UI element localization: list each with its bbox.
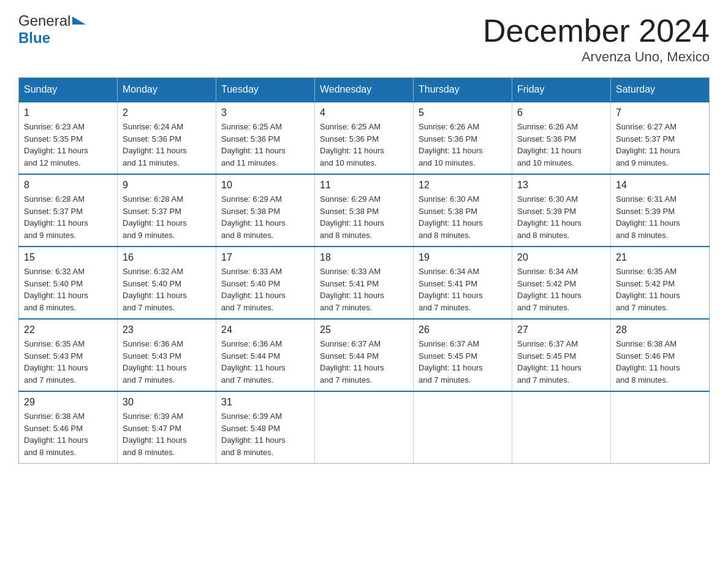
calendar-week-row: 1 Sunrise: 6:23 AMSunset: 5:35 PMDayligh…: [19, 102, 710, 174]
day-info: Sunrise: 6:36 AMSunset: 5:43 PMDaylight:…: [123, 339, 187, 385]
day-number: 11: [320, 180, 408, 191]
calendar-cell: 27 Sunrise: 6:37 AMSunset: 5:45 PMDaylig…: [512, 319, 611, 391]
calendar-header: SundayMondayTuesdayWednesdayThursdayFrid…: [19, 78, 710, 102]
day-number: 9: [123, 180, 211, 191]
day-number: 1: [24, 107, 112, 118]
day-number: 30: [123, 397, 211, 408]
day-info: Sunrise: 6:28 AMSunset: 5:37 PMDaylight:…: [123, 194, 187, 240]
calendar-cell: 14 Sunrise: 6:31 AMSunset: 5:39 PMDaylig…: [611, 174, 710, 247]
calendar-cell: 26 Sunrise: 6:37 AMSunset: 5:45 PMDaylig…: [414, 319, 512, 391]
page-header: General Blue December 2024 Arvenza Uno, …: [18, 12, 710, 65]
day-number: 15: [24, 252, 112, 263]
weekday-header: Monday: [118, 78, 216, 102]
day-info: Sunrise: 6:33 AMSunset: 5:41 PMDaylight:…: [320, 267, 384, 312]
day-info: Sunrise: 6:35 AMSunset: 5:42 PMDaylight:…: [616, 267, 680, 312]
day-info: Sunrise: 6:27 AMSunset: 5:37 PMDaylight:…: [616, 122, 680, 167]
day-number: 5: [419, 107, 507, 118]
day-number: 19: [419, 252, 507, 263]
calendar-cell: 15 Sunrise: 6:32 AMSunset: 5:40 PMDaylig…: [19, 247, 118, 319]
calendar-cell: 30 Sunrise: 6:39 AMSunset: 5:47 PMDaylig…: [118, 391, 216, 464]
calendar-body: 1 Sunrise: 6:23 AMSunset: 5:35 PMDayligh…: [19, 102, 710, 464]
calendar-cell: 23 Sunrise: 6:36 AMSunset: 5:43 PMDaylig…: [118, 319, 216, 391]
calendar-cell: 10 Sunrise: 6:29 AMSunset: 5:38 PMDaylig…: [216, 174, 315, 247]
calendar-cell: 13 Sunrise: 6:30 AMSunset: 5:39 PMDaylig…: [512, 174, 611, 247]
weekday-header: Thursday: [414, 78, 512, 102]
day-info: Sunrise: 6:29 AMSunset: 5:38 PMDaylight:…: [221, 194, 286, 240]
calendar-cell: 31 Sunrise: 6:39 AMSunset: 5:48 PMDaylig…: [216, 391, 315, 464]
calendar-cell: 8 Sunrise: 6:28 AMSunset: 5:37 PMDayligh…: [19, 174, 118, 247]
day-number: 23: [123, 324, 211, 335]
weekday-row: SundayMondayTuesdayWednesdayThursdayFrid…: [19, 78, 710, 102]
calendar-cell: 2 Sunrise: 6:24 AMSunset: 5:36 PMDayligh…: [118, 102, 216, 174]
calendar-cell: 22 Sunrise: 6:35 AMSunset: 5:43 PMDaylig…: [19, 319, 118, 391]
calendar-cell: 20 Sunrise: 6:34 AMSunset: 5:42 PMDaylig…: [512, 247, 611, 319]
day-number: 27: [517, 324, 605, 335]
day-info: Sunrise: 6:26 AMSunset: 5:36 PMDaylight:…: [419, 122, 483, 167]
calendar-cell: 17 Sunrise: 6:33 AMSunset: 5:40 PMDaylig…: [216, 247, 315, 319]
day-info: Sunrise: 6:26 AMSunset: 5:36 PMDaylight:…: [517, 122, 582, 167]
calendar-cell: 9 Sunrise: 6:28 AMSunset: 5:37 PMDayligh…: [118, 174, 216, 247]
logo-triangle-icon: [72, 17, 86, 25]
day-number: 25: [320, 324, 408, 335]
day-info: Sunrise: 6:36 AMSunset: 5:44 PMDaylight:…: [221, 339, 286, 385]
weekday-header: Sunday: [19, 78, 118, 102]
calendar-cell: [414, 391, 512, 464]
day-number: 2: [123, 107, 211, 118]
calendar-cell: 12 Sunrise: 6:30 AMSunset: 5:38 PMDaylig…: [414, 174, 512, 247]
day-number: 8: [24, 180, 112, 191]
calendar-week-row: 15 Sunrise: 6:32 AMSunset: 5:40 PMDaylig…: [19, 247, 710, 319]
day-info: Sunrise: 6:28 AMSunset: 5:37 PMDaylight:…: [24, 194, 88, 240]
calendar-cell: 19 Sunrise: 6:34 AMSunset: 5:41 PMDaylig…: [414, 247, 512, 319]
calendar-week-row: 22 Sunrise: 6:35 AMSunset: 5:43 PMDaylig…: [19, 319, 710, 391]
day-number: 22: [24, 324, 112, 335]
weekday-header: Friday: [512, 78, 611, 102]
day-number: 13: [517, 180, 605, 191]
logo-blue-text: Blue: [18, 29, 50, 46]
calendar-cell: 21 Sunrise: 6:35 AMSunset: 5:42 PMDaylig…: [611, 247, 710, 319]
day-info: Sunrise: 6:37 AMSunset: 5:45 PMDaylight:…: [517, 339, 582, 385]
day-info: Sunrise: 6:38 AMSunset: 5:46 PMDaylight:…: [24, 412, 88, 457]
calendar-cell: 1 Sunrise: 6:23 AMSunset: 5:35 PMDayligh…: [19, 102, 118, 174]
day-number: 24: [221, 324, 309, 335]
calendar-cell: 5 Sunrise: 6:26 AMSunset: 5:36 PMDayligh…: [414, 102, 512, 174]
day-number: 31: [221, 397, 309, 408]
day-info: Sunrise: 6:33 AMSunset: 5:40 PMDaylight:…: [221, 267, 286, 312]
calendar-week-row: 29 Sunrise: 6:38 AMSunset: 5:46 PMDaylig…: [19, 391, 710, 464]
weekday-header: Wednesday: [315, 78, 414, 102]
day-number: 14: [616, 180, 704, 191]
day-number: 18: [320, 252, 408, 263]
title-block: December 2024 Arvenza Uno, Mexico: [483, 12, 710, 65]
calendar-table: SundayMondayTuesdayWednesdayThursdayFrid…: [18, 77, 710, 464]
day-info: Sunrise: 6:32 AMSunset: 5:40 PMDaylight:…: [123, 267, 187, 312]
calendar-cell: 24 Sunrise: 6:36 AMSunset: 5:44 PMDaylig…: [216, 319, 315, 391]
calendar-cell: 7 Sunrise: 6:27 AMSunset: 5:37 PMDayligh…: [611, 102, 710, 174]
calendar-cell: 3 Sunrise: 6:25 AMSunset: 5:36 PMDayligh…: [216, 102, 315, 174]
day-number: 10: [221, 180, 309, 191]
logo: General Blue: [18, 12, 86, 47]
day-info: Sunrise: 6:25 AMSunset: 5:36 PMDaylight:…: [221, 122, 286, 167]
day-number: 16: [123, 252, 211, 263]
day-info: Sunrise: 6:39 AMSunset: 5:47 PMDaylight:…: [123, 412, 187, 457]
day-number: 17: [221, 252, 309, 263]
day-info: Sunrise: 6:30 AMSunset: 5:38 PMDaylight:…: [419, 194, 483, 240]
day-info: Sunrise: 6:37 AMSunset: 5:44 PMDaylight:…: [320, 339, 384, 385]
calendar-cell: 16 Sunrise: 6:32 AMSunset: 5:40 PMDaylig…: [118, 247, 216, 319]
day-info: Sunrise: 6:31 AMSunset: 5:39 PMDaylight:…: [616, 194, 680, 240]
day-number: 7: [616, 107, 704, 118]
weekday-header: Tuesday: [216, 78, 315, 102]
page-subtitle: Arvenza Uno, Mexico: [483, 49, 710, 65]
day-number: 28: [616, 324, 704, 335]
day-number: 4: [320, 107, 408, 118]
calendar-week-row: 8 Sunrise: 6:28 AMSunset: 5:37 PMDayligh…: [19, 174, 710, 247]
calendar-cell: 11 Sunrise: 6:29 AMSunset: 5:38 PMDaylig…: [315, 174, 414, 247]
calendar-cell: 18 Sunrise: 6:33 AMSunset: 5:41 PMDaylig…: [315, 247, 414, 319]
page-title: December 2024: [483, 12, 710, 49]
calendar-cell: 25 Sunrise: 6:37 AMSunset: 5:44 PMDaylig…: [315, 319, 414, 391]
day-info: Sunrise: 6:25 AMSunset: 5:36 PMDaylight:…: [320, 122, 384, 167]
day-info: Sunrise: 6:37 AMSunset: 5:45 PMDaylight:…: [419, 339, 483, 385]
day-number: 20: [517, 252, 605, 263]
day-info: Sunrise: 6:35 AMSunset: 5:43 PMDaylight:…: [24, 339, 88, 385]
day-info: Sunrise: 6:24 AMSunset: 5:36 PMDaylight:…: [123, 122, 187, 167]
day-number: 21: [616, 252, 704, 263]
calendar-cell: 6 Sunrise: 6:26 AMSunset: 5:36 PMDayligh…: [512, 102, 611, 174]
